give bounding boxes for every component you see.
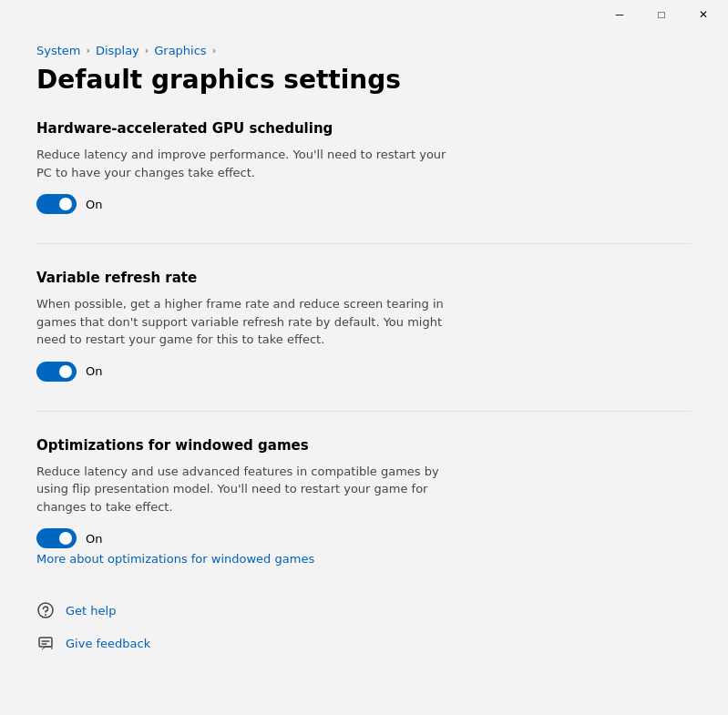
breadcrumb-display[interactable]: Display (96, 44, 139, 57)
minimize-button[interactable]: ─ (599, 0, 641, 29)
help-icon (36, 601, 55, 619)
section-gpu-scheduling: Hardware-accelerated GPU scheduling Redu… (36, 120, 692, 214)
breadcrumb-sep-1: › (86, 45, 89, 56)
maximize-button[interactable]: □ (641, 0, 682, 29)
divider-1 (36, 243, 692, 244)
gpu-scheduling-toggle[interactable] (36, 194, 77, 214)
page-title: Default graphics settings (36, 65, 692, 95)
section-variable-refresh: Variable refresh rate When possible, get… (36, 270, 692, 382)
feedback-icon (36, 634, 55, 652)
breadcrumb-graphics[interactable]: Graphics (154, 44, 206, 57)
main-content: System › Display › Graphics › Default gr… (0, 29, 728, 715)
windowed-optimizations-title: Optimizations for windowed games (36, 437, 692, 454)
svg-point-1 (45, 614, 46, 616)
gpu-scheduling-toggle-label: On (86, 198, 102, 211)
section-windowed-optimizations: Optimizations for windowed games Reduce … (36, 437, 692, 567)
breadcrumb-sep-3: › (212, 45, 216, 56)
close-button[interactable]: ✕ (682, 0, 724, 29)
windowed-optimizations-toggle-row: On (36, 528, 692, 548)
get-help-label: Get help (66, 604, 116, 618)
gpu-scheduling-title: Hardware-accelerated GPU scheduling (36, 120, 692, 137)
title-bar: ─ □ ✕ (0, 0, 728, 29)
windowed-optimizations-toggle[interactable] (36, 528, 77, 548)
gpu-scheduling-toggle-row: On (36, 194, 692, 214)
give-feedback-item[interactable]: Give feedback (36, 628, 692, 658)
breadcrumb-system[interactable]: System (36, 44, 80, 57)
variable-refresh-title: Variable refresh rate (36, 270, 692, 286)
variable-refresh-toggle-row: On (36, 362, 692, 382)
windowed-optimizations-link[interactable]: More about optimizations for windowed ga… (36, 552, 314, 566)
get-help-item[interactable]: Get help (36, 596, 692, 625)
give-feedback-label: Give feedback (66, 637, 150, 650)
windowed-optimizations-description: Reduce latency and use advanced features… (36, 463, 456, 516)
footer-links: Get help Give feedback (36, 596, 692, 658)
variable-refresh-toggle-label: On (86, 364, 102, 378)
variable-refresh-description: When possible, get a higher frame rate a… (36, 295, 456, 349)
windowed-optimizations-toggle-label: On (86, 532, 102, 546)
svg-rect-2 (39, 638, 52, 647)
variable-refresh-toggle[interactable] (36, 362, 77, 382)
divider-2 (36, 411, 692, 412)
breadcrumb: System › Display › Graphics › (36, 44, 692, 57)
gpu-scheduling-description: Reduce latency and improve performance. … (36, 146, 456, 181)
breadcrumb-sep-2: › (145, 45, 149, 56)
